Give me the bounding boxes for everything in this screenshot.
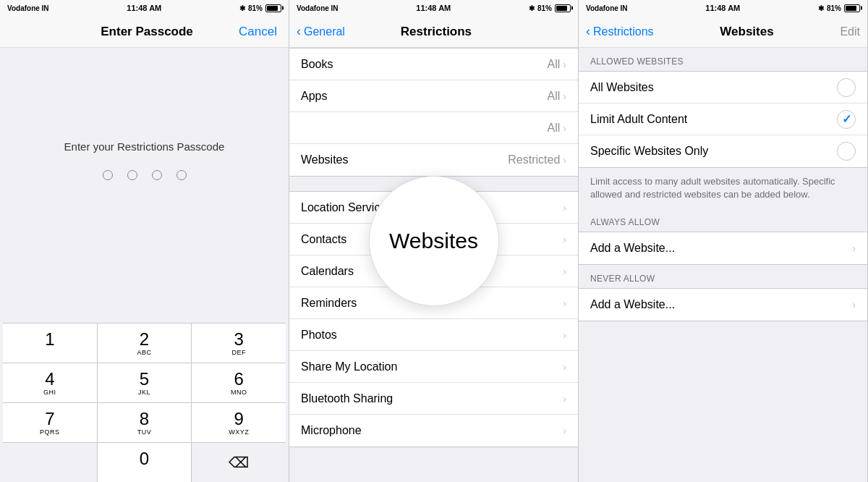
back-label-2: General xyxy=(304,25,345,38)
add-website-never[interactable]: Add a Website... › xyxy=(579,289,867,321)
carrier-3: Vodafone IN xyxy=(586,4,628,12)
list-item-books[interactable]: Books All › xyxy=(289,48,578,80)
allowed-websites-header: ALLOWED WEBSITES xyxy=(579,48,867,71)
battery-percent-1: 81% xyxy=(248,4,263,12)
chevron-reminders: › xyxy=(563,297,566,309)
bluetooth-icon-3: ✱ xyxy=(818,4,824,12)
passcode-prompt: Enter your Restrictions Passcode xyxy=(50,140,239,153)
list-item-microphone[interactable]: Microphone › xyxy=(289,415,578,447)
cancel-button[interactable]: Cancel xyxy=(239,25,277,39)
battery-icon-2 xyxy=(555,4,571,12)
passcode-dot-2 xyxy=(127,170,137,180)
add-website-never-label: Add a Website... xyxy=(590,298,675,311)
chevron-contacts: › xyxy=(563,234,566,245)
restrictions-title: Restrictions xyxy=(401,25,472,39)
key-9[interactable]: 9 WXYZ xyxy=(192,403,286,442)
key-5[interactable]: 5 JKL xyxy=(98,363,192,402)
websites-circle-label: Websites xyxy=(389,229,478,253)
list-item-websites[interactable]: Websites Restricted › xyxy=(289,144,578,176)
top-section: Books All › Apps All › All › xyxy=(289,48,578,177)
chevron-add-never: › xyxy=(852,299,856,310)
key-8[interactable]: 8 TUV xyxy=(98,403,192,442)
back-chevron-3: ‹ xyxy=(586,24,590,39)
restrictions-navbar: ‹ General Restrictions xyxy=(289,16,578,48)
key-0[interactable]: 0 xyxy=(98,443,192,482)
key-delete[interactable]: ⌫ xyxy=(192,443,286,482)
add-website-always-label: Add a Website... xyxy=(590,242,675,255)
checkmark-specific xyxy=(837,142,856,161)
right-icons-1: ✱ 81% xyxy=(239,4,281,12)
time-2: 11:48 AM xyxy=(416,4,451,12)
passcode-content: Enter your Restrictions Passcode xyxy=(0,48,289,323)
back-button-2[interactable]: ‹ General xyxy=(297,24,345,39)
list-item-apps[interactable]: Apps All › xyxy=(289,80,578,112)
never-allow-section: Add a Website... › xyxy=(579,288,867,321)
key-3[interactable]: 3 DEF xyxy=(192,324,286,363)
key-7[interactable]: 7 PQRS xyxy=(3,403,98,442)
bluetooth-icon-1: ✱ xyxy=(239,4,245,12)
option-specific-websites[interactable]: Specific Websites Only xyxy=(579,135,867,167)
passcode-navbar: Enter Passcode Cancel xyxy=(0,16,289,48)
time-1: 11:48 AM xyxy=(127,4,161,12)
status-bar-1: Vodafone IN 11:48 AM ✱ 81% xyxy=(0,0,289,16)
carrier-2: Vodafone IN xyxy=(297,4,339,12)
websites-title: Websites xyxy=(720,25,773,39)
chevron-location: › xyxy=(563,202,566,213)
key-empty xyxy=(3,443,98,482)
key-2[interactable]: 2 ABC xyxy=(98,324,192,363)
battery-percent-3: 81% xyxy=(827,4,841,12)
websites-circle-overlay: Websites xyxy=(369,176,499,306)
back-chevron-2: ‹ xyxy=(297,24,301,39)
chevron-microphone: › xyxy=(563,425,566,436)
passcode-dot-3 xyxy=(152,170,162,180)
chevron-photos: › xyxy=(563,329,566,341)
chevron-calendars: › xyxy=(563,266,566,277)
description: Limit access to many adult websites auto… xyxy=(579,168,867,208)
checkmark-limit xyxy=(837,110,856,129)
keypad-row-4: 0 ⌫ xyxy=(3,442,286,482)
never-allow-header: NEVER ALLOW xyxy=(579,265,867,288)
chevron-books: › xyxy=(563,59,566,70)
chevron-unknown: › xyxy=(563,122,566,134)
back-button-3[interactable]: ‹ Restrictions xyxy=(586,24,654,39)
passcode-dot-4 xyxy=(176,170,187,180)
battery-icon-1 xyxy=(265,4,281,12)
keypad-row-3: 7 PQRS 8 TUV 9 WXYZ xyxy=(3,402,286,442)
battery-icon-3 xyxy=(844,4,860,12)
time-3: 11:48 AM xyxy=(705,4,740,12)
list-item-photos[interactable]: Photos › xyxy=(289,319,578,351)
status-bar-2: Vodafone IN 11:48 AM ✱ 81% xyxy=(289,0,578,16)
websites-content: ALLOWED WEBSITES All Websites Limit Adul… xyxy=(579,48,867,482)
chevron-bluetooth: › xyxy=(563,393,566,405)
passcode-title: Enter Passcode xyxy=(101,25,193,39)
right-icons-2: ✱ 81% xyxy=(529,4,571,12)
right-icons-3: ✱ 81% xyxy=(818,4,860,12)
always-allow-section: Add a Website... › xyxy=(579,232,867,265)
options-section: All Websites Limit Adult Content Specifi… xyxy=(579,71,867,168)
keypad-row-1: 1 2 ABC 3 DEF xyxy=(3,323,286,363)
status-bar-3: Vodafone IN 11:48 AM ✱ 81% xyxy=(579,0,867,16)
chevron-add-always: › xyxy=(852,242,856,254)
websites-navbar: ‹ Restrictions Websites Edit xyxy=(579,16,867,48)
passcode-dots xyxy=(103,170,187,180)
always-allow-header: ALWAYS ALLOW xyxy=(579,208,867,232)
keypad-row-2: 4 GHI 5 JKL 6 MNO xyxy=(3,363,286,402)
option-all-websites[interactable]: All Websites xyxy=(579,72,867,103)
bluetooth-icon-2: ✱ xyxy=(529,4,535,12)
key-6[interactable]: 6 MNO xyxy=(192,363,286,402)
option-limit-adult[interactable]: Limit Adult Content xyxy=(579,103,867,135)
key-1[interactable]: 1 xyxy=(3,324,98,363)
chevron-share-location: › xyxy=(563,361,566,373)
restrictions-panel: Vodafone IN 11:48 AM ✱ 81% ‹ General Res… xyxy=(289,0,579,482)
list-item-bluetooth[interactable]: Bluetooth Sharing › xyxy=(289,383,578,415)
chevron-websites: › xyxy=(563,154,566,166)
add-website-always[interactable]: Add a Website... › xyxy=(579,232,867,264)
key-4[interactable]: 4 GHI xyxy=(3,363,98,402)
websites-panel: Vodafone IN 11:48 AM ✱ 81% ‹ Restriction… xyxy=(579,0,868,482)
edit-button[interactable]: Edit xyxy=(840,25,860,38)
keypad: 1 2 ABC 3 DEF 4 GHI 5 JKL 6 MN xyxy=(0,323,289,482)
list-item-share-location[interactable]: Share My Location › xyxy=(289,351,578,383)
list-item-unknown[interactable]: All › xyxy=(289,112,578,144)
battery-percent-2: 81% xyxy=(537,4,552,12)
back-label-3: Restrictions xyxy=(593,25,654,38)
